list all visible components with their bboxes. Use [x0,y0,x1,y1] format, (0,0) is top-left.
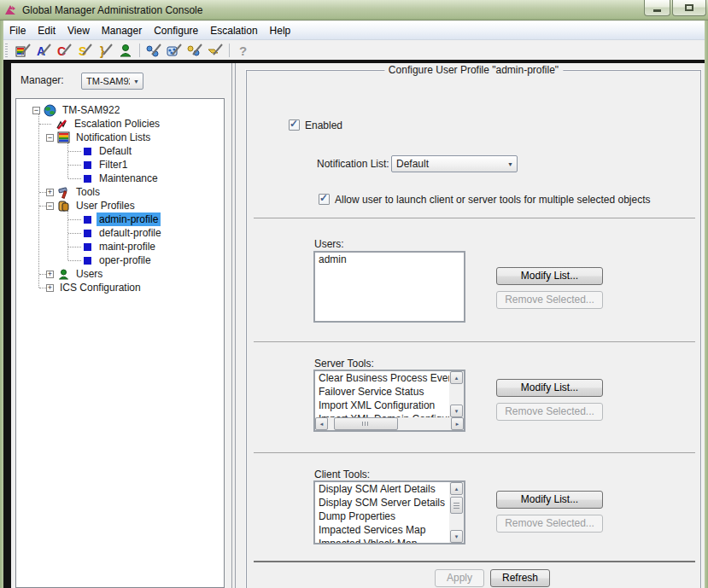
menu-item-help[interactable]: Help [264,23,297,38]
list-item[interactable]: Import XML Configuration [315,399,449,412]
menu-item-file[interactable]: File [3,23,32,38]
list-item[interactable]: Display SCM Server Details [315,496,449,509]
section-separator [254,218,695,218]
minimize-button[interactable] [644,0,670,16]
refresh-button[interactable]: Refresh [490,569,550,587]
panel-splitter[interactable] [235,63,236,588]
tree-item-user-profiles[interactable]: − User Profiles [17,199,138,212]
nodes-box-edit-icon[interactable] [165,42,184,59]
scrollbar-thumb[interactable] [450,497,463,514]
notification-list-value: Default [392,158,504,170]
users-modify-list-button[interactable]: Modify List... [496,267,603,285]
maximize-button[interactable] [672,0,706,16]
manager-tree: − TM-SAM922 Escalation Policies − Notifi… [15,98,225,588]
tree-item-label: Filter1 [97,158,130,172]
blue-square-icon [84,216,91,224]
tree-item-oper-profile[interactable]: oper-profile [17,253,154,267]
tools-icon [57,186,70,199]
list-item[interactable]: Failover Service Status [315,385,449,399]
server-tools-remove-selected-button: Remove Selected... [496,403,603,421]
tree-item-label: Escalation Policies [72,117,162,131]
letter-a-edit-icon[interactable]: A [34,42,53,59]
tree-item-default[interactable]: Default [17,144,134,158]
letter-s-edit-icon[interactable]: S [75,42,94,59]
blue-square-icon [84,257,91,265]
blue-square-icon [84,175,91,183]
list-item[interactable]: Impacted Vblock Map [315,537,449,543]
menu-item-configure[interactable]: Configure [148,23,204,38]
allow-multiselect-checkbox[interactable]: ✓ [319,194,330,205]
nodes-edit-icon[interactable] [144,42,163,59]
expand-icon[interactable]: + [46,271,54,278]
scroll-right-button[interactable]: ► [451,417,464,430]
tree-item-ics-configuration[interactable]: + ICS Configuration [17,281,143,294]
scroll-down-button[interactable]: ▼ [450,405,463,417]
scrollbar-thumb[interactable] [334,417,398,430]
collapse-icon[interactable]: − [46,202,54,210]
window-title: Global Manager Administration Console [22,4,202,16]
list-item[interactable]: Dump Properties [315,509,449,523]
client-tools-modify-list-button[interactable]: Modify List... [496,491,603,509]
list-item[interactable]: Impacted Services Map [315,523,449,537]
help-icon[interactable]: ? [234,42,253,59]
tree-item-tools[interactable]: + Tools [17,185,102,199]
users-remove-selected-button: Remove Selected... [496,291,603,309]
maximize-icon [685,4,693,11]
tree-item-notification-lists[interactable]: − Notification Lists [17,131,153,144]
scroll-left-button[interactable]: ◄ [315,417,328,430]
nodes-gold-edit-icon[interactable] [185,42,204,59]
tree-item-label: TM-SAM922 [60,103,122,117]
tree-item-label: Maintenance [97,172,161,185]
menu-item-view[interactable]: View [61,23,96,38]
collapse-icon[interactable]: − [32,107,40,114]
vertical-scrollbar[interactable]: ▲ ▼ [449,371,464,417]
configure-user-profile-groupbox: Configure User Profile "admin-profile" ✓… [246,70,701,588]
list-item[interactable]: Display SCM Alert Details [315,482,449,496]
expand-icon[interactable]: + [46,189,54,196]
table-edit-icon[interactable] [14,42,32,59]
tree-item-admin-profile[interactable]: admin-profile [17,212,161,226]
tree-item-filter1[interactable]: Filter1 [17,158,130,172]
vertical-scrollbar[interactable]: ▲ ▼ [449,482,464,543]
brace-edit-icon[interactable]: } [96,42,114,59]
expand-icon[interactable]: + [46,284,54,292]
tree-item-users[interactable]: + Users [17,267,105,281]
list-item[interactable]: Clear Business Process Event [315,371,449,385]
panel-splitter[interactable] [231,63,232,588]
list-item[interactable]: admin [315,253,464,266]
globe-icon [44,104,56,117]
blue-square-icon [84,161,91,169]
scroll-down-button[interactable]: ▼ [450,530,463,543]
client-tools-label: Client Tools: [314,469,370,480]
manager-combobox[interactable]: TM-SAM922 ▼ [81,73,143,90]
letter-c-edit-icon[interactable]: C [55,42,73,59]
chevron-down-icon: ▼ [130,79,143,84]
scroll-up-button[interactable]: ▲ [450,482,463,495]
checkmark-icon: ✓ [290,118,298,130]
horizontal-scrollbar[interactable]: ◄ ► [315,417,464,430]
menu-item-edit[interactable]: Edit [32,23,61,38]
tree-item-label: default-profile [97,226,164,240]
tree-item-tm-sam922[interactable]: − TM-SAM922 [17,103,122,117]
notification-list-combobox[interactable]: Default ▼ [391,155,518,172]
enabled-checkbox[interactable]: ✓ [289,119,300,131]
tree-item-label: User Profiles [73,199,138,212]
menu-item-escalation[interactable]: Escalation [204,23,263,38]
client-tools-listbox[interactable]: Display SCM Alert Details Display SCM Se… [313,480,465,544]
server-tools-modify-list-button[interactable]: Modify List... [496,379,603,397]
checkmark-icon: ✓ [319,192,328,204]
svg-text:}: } [100,44,105,58]
apply-button: Apply [435,569,484,587]
tag-edit-icon[interactable] [206,42,225,59]
tree-item-maintenance[interactable]: Maintenance [17,172,161,185]
scroll-up-button[interactable]: ▲ [450,371,463,384]
tree-item-label: maint-profile [97,240,158,253]
tree-item-default-profile[interactable]: default-profile [17,226,164,240]
user-add-icon[interactable] [116,42,135,59]
tree-item-maint-profile[interactable]: maint-profile [17,240,158,253]
menu-item-manager[interactable]: Manager [96,23,148,38]
collapse-icon[interactable]: − [46,134,54,142]
users-listbox[interactable]: admin [313,251,465,323]
server-tools-listbox[interactable]: Clear Business Process Event Failover Se… [313,370,465,432]
tree-item-escalation-policies[interactable]: Escalation Policies [17,117,162,131]
